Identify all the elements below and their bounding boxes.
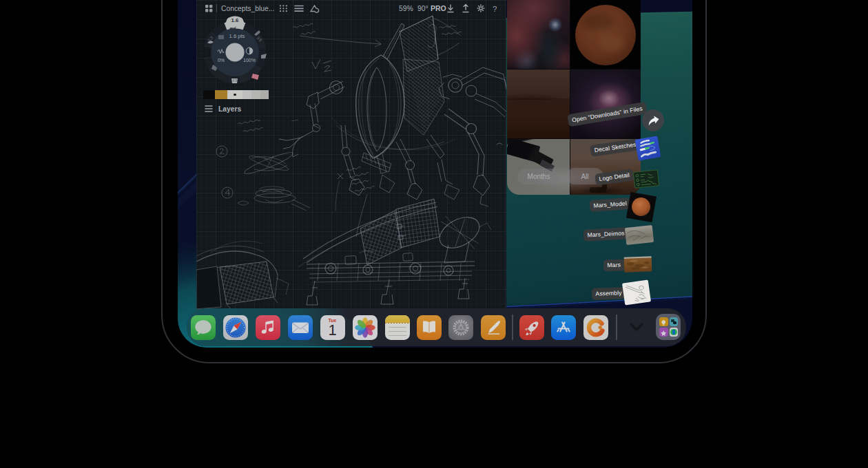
svg-text:1.6 pts: 1.6 pts bbox=[229, 33, 245, 39]
svg-text:1.6: 1.6 bbox=[231, 17, 240, 23]
svg-text:?: ? bbox=[493, 5, 497, 13]
svg-text:Concepts_blue...: Concepts_blue... bbox=[221, 5, 274, 12]
svg-text:90°: 90° bbox=[417, 5, 428, 12]
svg-text:59%: 59% bbox=[399, 5, 413, 12]
svg-text:Layers: Layers bbox=[218, 105, 241, 113]
svg-text:100%: 100% bbox=[243, 58, 256, 63]
svg-text:0%: 0% bbox=[218, 58, 225, 63]
svg-text:6'8: 6'8 bbox=[232, 78, 237, 83]
svg-text:PRO: PRO bbox=[431, 4, 446, 12]
